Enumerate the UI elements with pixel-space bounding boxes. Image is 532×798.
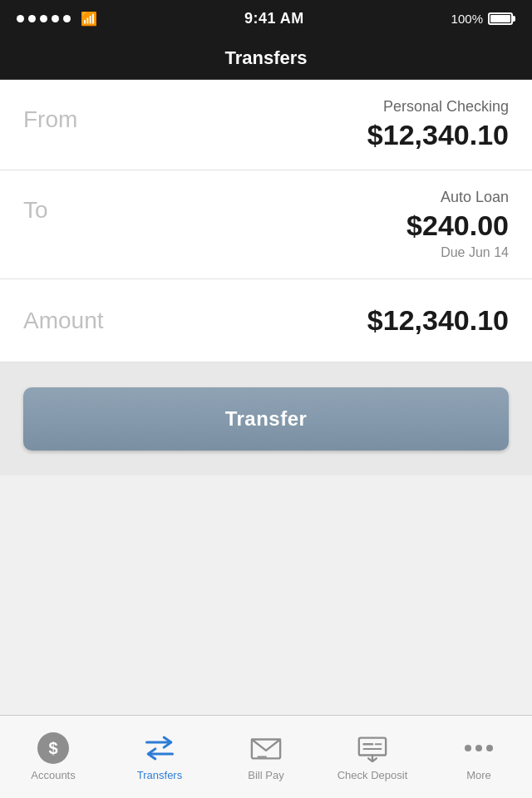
tab-transfers[interactable]: Transfers xyxy=(106,716,213,798)
amount-row[interactable]: Amount $12,340.10 xyxy=(0,279,532,362)
to-amount: $240.00 xyxy=(406,209,509,242)
amount-value: $12,340.10 xyxy=(367,304,509,337)
amount-label: Amount xyxy=(23,308,104,334)
checkdeposit-icon xyxy=(357,732,388,764)
transfer-button[interactable]: Transfer xyxy=(23,387,509,451)
from-row[interactable]: From Personal Checking $12,340.10 xyxy=(0,80,532,170)
to-label: To xyxy=(23,189,48,224)
from-account-name: Personal Checking xyxy=(383,98,509,116)
tab-accounts[interactable]: $ Accounts xyxy=(0,716,106,798)
tab-accounts-label: Accounts xyxy=(31,769,75,781)
page-title: Transfers xyxy=(224,47,307,69)
button-section: Transfer xyxy=(0,362,532,475)
svg-rect-4 xyxy=(359,738,386,756)
status-time: 9:41 AM xyxy=(244,10,304,27)
tab-billpay[interactable]: Bill Pay xyxy=(213,716,319,798)
status-left: 📶 xyxy=(17,11,97,27)
tab-more[interactable]: More xyxy=(426,716,532,798)
tab-transfers-label: Transfers xyxy=(137,769,182,781)
to-row[interactable]: To Auto Loan $240.00 Due Jun 14 xyxy=(0,170,532,279)
tab-bar: $ Accounts Transfers xyxy=(0,715,532,798)
status-bar: 📶 9:41 AM 100% xyxy=(0,0,532,37)
wifi-icon: 📶 xyxy=(81,11,97,27)
from-value-container: Personal Checking $12,340.10 xyxy=(367,98,509,151)
tab-checkdeposit[interactable]: Check Deposit xyxy=(319,716,426,798)
signal-dots xyxy=(17,15,71,22)
battery-percent: 100% xyxy=(451,12,483,26)
status-right: 100% xyxy=(451,12,515,26)
tab-more-label: More xyxy=(466,769,491,781)
from-amount: $12,340.10 xyxy=(367,119,509,151)
to-account-name: Auto Loan xyxy=(441,189,509,206)
accounts-icon: $ xyxy=(37,732,69,764)
transfers-icon xyxy=(144,732,175,764)
tab-billpay-label: Bill Pay xyxy=(248,769,283,781)
nav-bar: Transfers xyxy=(0,37,532,80)
more-icon xyxy=(463,732,495,764)
battery-icon xyxy=(488,12,515,25)
billpay-icon xyxy=(250,732,282,764)
tab-checkdeposit-label: Check Deposit xyxy=(337,769,408,781)
to-value-container: Auto Loan $240.00 Due Jun 14 xyxy=(406,189,509,260)
to-due: Due Jun 14 xyxy=(441,245,509,260)
from-label: From xyxy=(23,98,77,133)
